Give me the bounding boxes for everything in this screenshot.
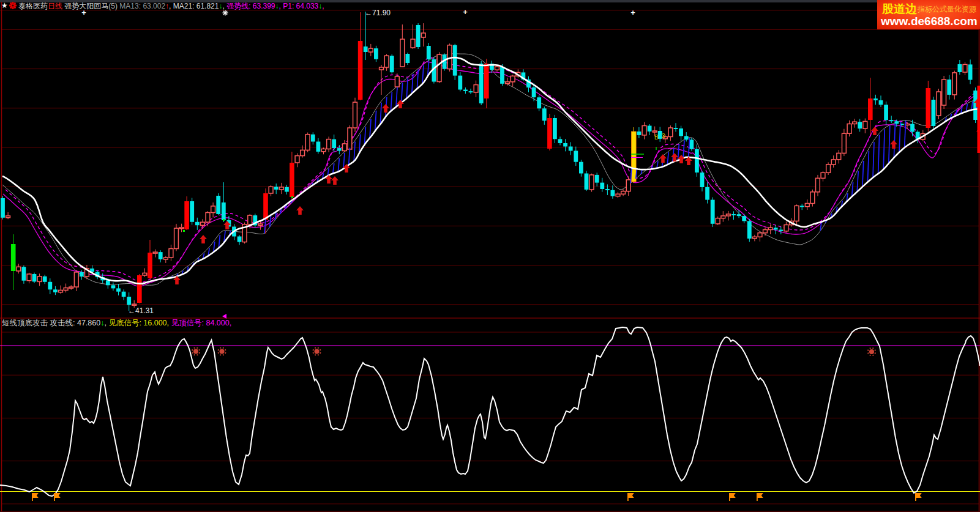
svg-text:B: B [654, 134, 659, 141]
svg-text:+: + [463, 7, 468, 17]
svg-text:www.de6688.com: www.de6688.com [880, 15, 978, 28]
svg-text:←41.31: ←41.31 [128, 306, 154, 315]
svg-text:股道边: 股道边 [881, 2, 918, 15]
svg-text:3: 3 [662, 133, 665, 139]
svg-text:泰格医药日线 强势大阳回马(5) MA13: 63.002↑: 泰格医药日线 强势大阳回马(5) MA13: 63.002↑, MA21: 61… [18, 2, 324, 10]
svg-text:★: ★ [1, 1, 8, 10]
svg-text:←71.90: ←71.90 [365, 9, 391, 17]
svg-text:+: + [630, 8, 635, 17]
svg-text:指标公式量化资源: 指标公式量化资源 [917, 5, 976, 13]
svg-text:短线顶底攻击 攻击线: 47.860↓, 见底信号: 16.: 短线顶底攻击 攻击线: 47.860↓, 见底信号: 16.000, 见顶信号:… [2, 319, 231, 327]
